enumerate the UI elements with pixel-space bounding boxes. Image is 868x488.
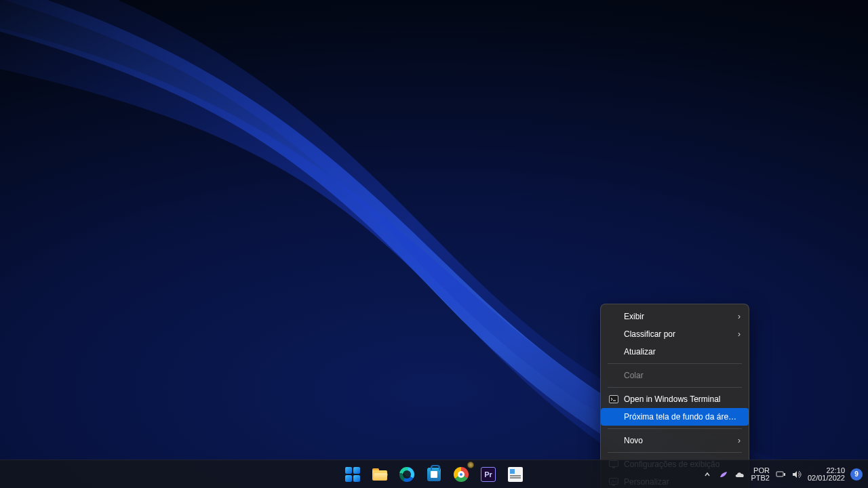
- taskbar: Pr POR PTB2: [0, 460, 868, 488]
- ctx-label: Atualizar: [624, 347, 741, 357]
- system-tray: POR PTB2 22:10 02/01/2022 9: [702, 460, 863, 488]
- blank-icon: [608, 435, 620, 446]
- blank-icon: [608, 411, 620, 422]
- taskbar-app-store[interactable]: [422, 463, 446, 486]
- ctx-item-paste: Colar: [602, 367, 747, 384]
- ms-store-icon: [427, 468, 441, 481]
- chevron-right-icon: ›: [734, 436, 741, 445]
- ctx-label: Novo: [624, 436, 734, 445]
- desktop[interactable]: Exibir › Classificar por › Atualizar Col…: [0, 0, 868, 488]
- tray-app-icon[interactable]: [718, 469, 729, 480]
- blank-icon: [608, 370, 620, 381]
- premiere-label: Pr: [484, 470, 492, 479]
- separator-icon: [608, 387, 742, 388]
- clock[interactable]: 22:10 02/01/2022: [808, 467, 845, 482]
- ctx-label: Exibir: [624, 312, 734, 321]
- ctx-item-refresh[interactable]: Atualizar: [602, 343, 747, 361]
- onedrive-icon[interactable]: [734, 469, 745, 480]
- taskbar-app-file-explorer[interactable]: [368, 463, 391, 486]
- blank-icon: [608, 329, 620, 340]
- date-text: 02/01/2022: [808, 474, 845, 482]
- separator-icon: [608, 452, 742, 453]
- ctx-label: Classificar por: [624, 329, 734, 339]
- keyboard-layout: PTB2: [751, 474, 770, 482]
- terminal-icon: [608, 394, 620, 405]
- notification-count: 9: [854, 470, 859, 478]
- svg-rect-0: [610, 396, 618, 403]
- taskbar-app-news[interactable]: [504, 463, 527, 486]
- chevron-right-icon: ›: [734, 312, 741, 321]
- file-explorer-icon: [372, 468, 387, 481]
- premiere-icon: Pr: [481, 467, 496, 482]
- edge-icon: [399, 467, 414, 482]
- windows-start-icon: [345, 467, 360, 482]
- time-text: 22:10: [808, 467, 845, 474]
- network-icon[interactable]: [775, 469, 786, 480]
- taskbar-app-premiere[interactable]: Pr: [477, 463, 500, 486]
- start-button[interactable]: [341, 463, 364, 486]
- language-indicator[interactable]: POR PTB2: [751, 467, 770, 482]
- notification-center-button[interactable]: 9: [850, 468, 863, 481]
- ctx-item-terminal[interactable]: Open in Windows Terminal: [602, 390, 747, 408]
- taskbar-center-apps: Pr: [341, 463, 527, 486]
- ctx-label: Colar: [624, 371, 741, 380]
- svg-rect-6: [784, 473, 785, 476]
- ctx-item-next-wallpaper[interactable]: Próxima tela de fundo da área de trabalh…: [601, 408, 749, 426]
- tray-overflow-button[interactable]: [702, 469, 713, 480]
- lang-code: POR: [751, 467, 770, 474]
- volume-icon[interactable]: [791, 469, 802, 480]
- blank-icon: [608, 311, 620, 322]
- separator-icon: [608, 363, 742, 364]
- ctx-item-view[interactable]: Exibir ›: [602, 308, 747, 325]
- ctx-item-new[interactable]: Novo ›: [602, 432, 747, 449]
- ctx-label: Próxima tela de fundo da área de trabalh…: [624, 412, 741, 422]
- chrome-icon: [454, 467, 469, 482]
- notification-badge-icon: [467, 462, 474, 468]
- taskbar-app-chrome[interactable]: [450, 463, 473, 486]
- svg-rect-5: [776, 472, 783, 476]
- blank-icon: [608, 346, 620, 357]
- separator-icon: [608, 428, 742, 429]
- chevron-right-icon: ›: [734, 329, 741, 339]
- taskbar-app-edge[interactable]: [395, 463, 418, 486]
- ctx-item-sort[interactable]: Classificar por ›: [602, 325, 747, 343]
- ctx-label: Open in Windows Terminal: [624, 394, 741, 404]
- news-icon: [508, 467, 523, 482]
